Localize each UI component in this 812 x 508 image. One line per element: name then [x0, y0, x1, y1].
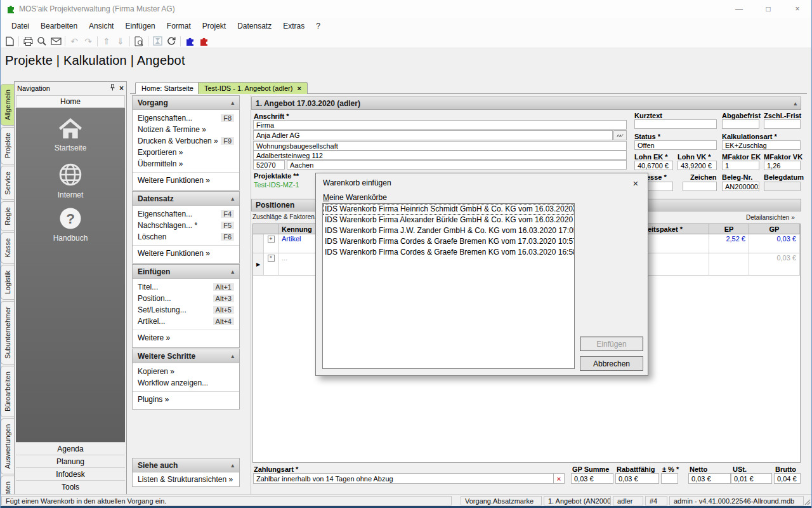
vorgang-eigenschaften[interactable]: Eigenschaften...F8	[133, 112, 239, 124]
clear-field-icon[interactable]: ×	[553, 474, 564, 483]
prozent-value[interactable]	[661, 473, 678, 484]
angebot-section-header[interactable]: 1. Angebot 17.03.2020 (adler) ▴	[251, 97, 801, 110]
warenkorb-list-item[interactable]: IDS Warenkorb Firma Alexander Bürkle Gmb…	[323, 215, 574, 225]
panel-vorgang-header[interactable]: Vorgang▴	[133, 96, 239, 110]
vorgang-notizen-termine[interactable]: Notizen & Termine »	[133, 124, 239, 135]
current-row-marker[interactable]: ▶	[253, 253, 264, 276]
sidebar-tab-kasse[interactable]: Kasse	[1, 232, 14, 264]
zuschlaege-faktoren-tab[interactable]: Zuschläge & Faktoren...	[252, 213, 320, 220]
row-expander[interactable]: *	[264, 253, 278, 276]
beleg-nr-field[interactable]: AN2000002	[722, 182, 759, 191]
close-panel-icon[interactable]: ×	[119, 84, 124, 93]
tab-home-startseite[interactable]: Home: Startseite	[135, 82, 200, 94]
detailansichten-link[interactable]: Detailansichten »	[746, 214, 795, 221]
sidebar-tab-auswertungen[interactable]: Auswertungen	[1, 418, 14, 474]
maximize-button[interactable]: □	[754, 0, 783, 18]
weitere-schritte-plugins[interactable]: Plugins »	[133, 391, 239, 408]
vorgang-drucken-verbuchen[interactable]: Drucken & Verbuchen »F9	[133, 135, 239, 147]
row-ep-value[interactable]	[709, 253, 749, 276]
vorgang-weitere-funktionen[interactable]: Weitere Funktionen »	[133, 172, 239, 189]
weitere-schritte-kopieren[interactable]: Kopieren »	[133, 366, 239, 377]
lohn-vk-field[interactable]: 43,9200 €	[678, 161, 717, 170]
datensatz-nachschlagen[interactable]: Nachschlagen... *F5	[133, 220, 239, 231]
nav-section-home[interactable]: Home	[16, 95, 125, 108]
plugin-red-puzzle-icon[interactable]	[197, 35, 211, 48]
zeichen-field[interactable]	[683, 182, 717, 191]
einfuegen-set-leistung[interactable]: Set/Leistung...Alt+5	[133, 304, 239, 316]
print-preview-icon[interactable]	[35, 35, 49, 48]
abgabefrist-field[interactable]	[722, 119, 759, 129]
vorgang-uebermitteln[interactable]: Übermitteln »	[133, 158, 239, 170]
signature-edit-button[interactable]	[613, 130, 627, 140]
anschrift-zusatz-field[interactable]: Wohnungsbaugesellschaft	[253, 141, 627, 150]
collapse-icon[interactable]: ▴	[231, 196, 234, 202]
email-icon[interactable]	[49, 35, 63, 48]
sidebar-tab-allgemein[interactable]: Allgemein	[1, 84, 14, 126]
nav-item-planung[interactable]: Planung	[16, 455, 125, 467]
anschrift-name-field[interactable]: Anja Adler AG	[253, 130, 613, 140]
projektakte-link[interactable]: Test-IDS-MZ-1	[254, 181, 299, 189]
sidebar-tab-subunternehmer[interactable]: Subunternehmer	[1, 301, 14, 364]
tab-close-icon[interactable]: ×	[297, 84, 301, 92]
panel-siehe-auch-header[interactable]: Siehe auch▴	[133, 458, 239, 472]
einfuegen-weitere[interactable]: Weitere »	[133, 330, 239, 346]
pin-icon[interactable]	[110, 84, 115, 92]
zschl-frist-field[interactable]	[764, 119, 801, 129]
plugin-blue-puzzle-icon[interactable]	[183, 35, 197, 48]
menu-ansicht[interactable]: Ansicht	[83, 18, 119, 34]
collapse-icon[interactable]: ▴	[231, 100, 234, 106]
siehe-auch-listen-strukturansichten[interactable]: Listen & Strukturansichten »	[133, 472, 239, 486]
collapse-icon[interactable]: ▴	[231, 462, 234, 469]
einfuegen-titel[interactable]: Titel...Alt+1	[133, 281, 239, 293]
print-icon[interactable]	[21, 35, 35, 48]
einfuegen-position[interactable]: Position...Alt+3	[133, 293, 239, 304]
row-selector[interactable]	[253, 234, 264, 253]
new-document-icon[interactable]	[3, 35, 16, 48]
nav-item-infodesk[interactable]: Infodesk	[16, 467, 125, 480]
menu-hilfe[interactable]: ?	[310, 18, 326, 34]
status-field[interactable]: Offen	[634, 140, 717, 150]
sidebar-tab-logistik[interactable]: Logistik	[1, 265, 14, 300]
kalkulationsart-field[interactable]: EK+Zuschlag	[722, 140, 801, 150]
lohn-ek-field[interactable]: 40,6700 €	[634, 161, 673, 170]
table-header-gp[interactable]: GP	[749, 224, 800, 234]
anschrift-firma-field[interactable]: Firma	[253, 120, 627, 130]
warenkorb-list-item[interactable]: IDS Warenkorb Firma Heinrich Schmidt Gmb…	[323, 204, 574, 215]
dialog-titlebar[interactable]: Warenkorb einfügen	[316, 173, 648, 192]
collapse-icon[interactable]: ▴	[231, 353, 234, 359]
warenkorb-list-item[interactable]: IDS Warenkorb Firma J.W. Zander GmbH & C…	[323, 225, 574, 236]
row-expander[interactable]: +	[264, 234, 278, 253]
panel-weitere-schritte-header[interactable]: Weitere Schritte▴	[133, 349, 239, 363]
nav-link-internet[interactable]: Internet	[16, 163, 125, 199]
datensatz-eigenschaften[interactable]: Eigenschaften...F4	[133, 208, 239, 220]
mfaktor-ek-field[interactable]: 1	[722, 161, 759, 170]
warenkorb-list-item[interactable]: IDS Warenkorb Firma Cordes & Graefe Brem…	[323, 236, 574, 247]
sidebar-tab-bueroarbeiten[interactable]: Büroarbeiten	[1, 366, 14, 417]
menu-datensatz[interactable]: Datensatz	[232, 18, 277, 34]
vorgang-exportieren[interactable]: Exportieren »	[133, 147, 239, 158]
weitere-schritte-workflow[interactable]: Workflow anzeigen...	[133, 377, 239, 389]
lookup-document-icon[interactable]	[132, 35, 146, 48]
warenkorb-listbox[interactable]: IDS Warenkorb Firma Heinrich Schmidt Gmb…	[322, 203, 575, 369]
nav-item-tools[interactable]: Tools	[16, 480, 125, 493]
menu-extras[interactable]: Extras	[277, 18, 310, 34]
row-ep-value[interactable]: 2,52 €	[709, 234, 749, 253]
tab-test-ids-angebot[interactable]: Test-IDS - 1. Angebot (adler) ×	[198, 82, 308, 94]
plz-field[interactable]: 52070	[253, 160, 285, 170]
datensatz-loeschen[interactable]: LöschenF6	[133, 231, 239, 243]
sidebar-tab-service[interactable]: Service	[1, 166, 14, 201]
collapse-icon[interactable]: ▴	[231, 269, 234, 275]
sidebar-tab-regie[interactable]: Regie	[1, 201, 14, 231]
row-gp-value[interactable]: 0,03 €	[749, 253, 800, 276]
dialog-close-icon[interactable]: ×	[629, 177, 643, 189]
datensatz-weitere-funktionen[interactable]: Weitere Funktionen »	[133, 245, 239, 262]
abbrechen-button[interactable]: Abbrechen	[580, 356, 643, 371]
warenkorb-list-item[interactable]: IDS Warenkorb Firma Cordes & Graefe Brem…	[323, 247, 574, 258]
nav-link-startseite[interactable]: Startseite	[16, 118, 125, 152]
collapse-icon[interactable]: ▴	[794, 100, 797, 107]
menu-datei[interactable]: Datei	[6, 18, 35, 34]
belegdatum-field[interactable]	[764, 182, 801, 191]
menu-einfuegen[interactable]: Einfügen	[119, 18, 160, 34]
menu-bearbeiten[interactable]: Bearbeiten	[35, 18, 83, 34]
sidebar-tab-projekte[interactable]: Projekte	[1, 127, 14, 164]
